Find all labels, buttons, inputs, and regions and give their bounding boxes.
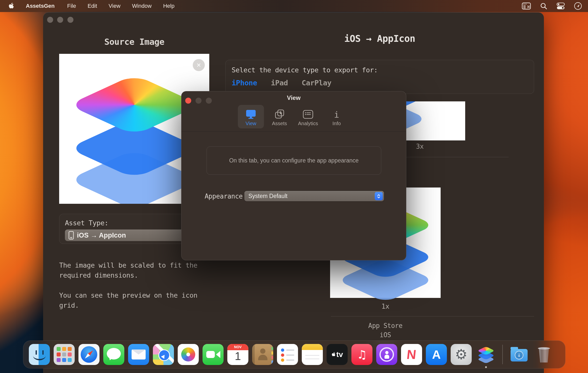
- window-close-button[interactable]: [47, 17, 53, 23]
- news-letter: N: [406, 347, 417, 362]
- dock-mail-icon[interactable]: [128, 344, 149, 365]
- export-title: iOS → AppIcon: [225, 33, 534, 44]
- dock-trash-icon[interactable]: [533, 344, 554, 365]
- toolbar-separator: [181, 131, 406, 132]
- tab-analytics-label: Analytics: [298, 121, 318, 126]
- menu-file[interactable]: File: [67, 3, 76, 9]
- iphone-icon: [68, 231, 74, 240]
- menu-view[interactable]: View: [109, 3, 120, 9]
- desktop: AssetsGen File Edit View Window Help ⌘: [0, 0, 588, 373]
- scaling-note: The image will be scaled to fit the requ…: [59, 260, 215, 280]
- device-prompt: Select the device type to export for:: [232, 66, 378, 74]
- dock-podcasts-icon[interactable]: [376, 344, 397, 365]
- calendar-month: NOV: [227, 345, 248, 349]
- dock-notes-icon[interactable]: [302, 344, 323, 365]
- preview-divider-2: [331, 316, 534, 316]
- source-image-title: Source Image: [59, 37, 210, 47]
- dock-maps-icon[interactable]: [153, 344, 174, 365]
- asset-type-label: Asset Type:: [65, 219, 108, 227]
- remove-image-button[interactable]: ×: [193, 59, 205, 71]
- tab-assets-label: Assets: [272, 121, 287, 126]
- asset-type-value: iOS → AppIcon: [77, 232, 126, 239]
- dock-messages-icon[interactable]: [103, 344, 124, 365]
- icon-layer-rainbow: [68, 74, 201, 135]
- dock-launchpad-icon[interactable]: [54, 344, 75, 365]
- preferences-toolbar: View Assets Analytics: [181, 105, 406, 128]
- modal-title: View: [181, 94, 406, 101]
- preferences-window: View View Assets: [181, 91, 406, 260]
- dock-news-icon[interactable]: N: [401, 344, 422, 365]
- control-center-icon[interactable]: [556, 2, 565, 10]
- download-arrow-icon: ↓: [517, 353, 521, 357]
- svg-text:⌘: ⌘: [527, 5, 530, 9]
- gear-icon: ⚙: [455, 347, 467, 361]
- device-tab-ipad[interactable]: iPad: [271, 79, 288, 87]
- dock-calendar-icon[interactable]: NOV 1: [227, 344, 248, 365]
- assistant-icon[interactable]: [574, 2, 582, 10]
- dock-finder-icon[interactable]: [29, 344, 50, 365]
- tab-assets[interactable]: Assets: [266, 105, 292, 128]
- dock-safari-icon[interactable]: [78, 344, 100, 365]
- dock-facetime-icon[interactable]: [203, 344, 224, 365]
- appearance-select[interactable]: System Default: [244, 191, 384, 201]
- info-icon: i: [334, 110, 339, 119]
- dock-reminders-icon[interactable]: [277, 344, 298, 365]
- tab-description: On this tab, you can configure the app a…: [229, 157, 359, 164]
- command-palette-icon[interactable]: ⌘: [522, 3, 531, 10]
- preview-1x-label: 1x: [330, 302, 441, 310]
- dock-tv-icon[interactable]: tv: [327, 344, 348, 365]
- preview-kind: App Store: [330, 321, 441, 330]
- display-icon: [245, 109, 256, 119]
- preview-os: iOS: [330, 330, 441, 340]
- apple-menu[interactable]: [8, 3, 14, 10]
- tab-info-label: Info: [332, 121, 341, 126]
- dock-music-icon[interactable]: ♫: [351, 344, 372, 365]
- appearance-value: System Default: [248, 193, 287, 200]
- music-note-icon: ♫: [357, 349, 367, 360]
- tab-analytics[interactable]: Analytics: [295, 105, 321, 128]
- dock-appstore-icon[interactable]: A: [426, 344, 447, 365]
- appearance-label: Appearance: [204, 193, 243, 200]
- device-tab-iphone[interactable]: iPhone: [232, 79, 257, 87]
- window-zoom-button[interactable]: [67, 17, 73, 23]
- tab-info[interactable]: i Info: [324, 105, 350, 128]
- device-tabs: iPhone iPad CarPlay: [232, 79, 331, 87]
- apple-logo-icon: [8, 3, 14, 10]
- dock-settings-icon[interactable]: ⚙: [451, 344, 472, 365]
- select-stepper-icon[interactable]: [375, 192, 383, 200]
- tv-label: tv: [336, 350, 343, 359]
- spotlight-search-icon[interactable]: [540, 2, 547, 10]
- dock-separator: [502, 345, 503, 364]
- tab-view-label: View: [246, 121, 256, 126]
- window-minimize-button[interactable]: [57, 17, 63, 23]
- menu-edit[interactable]: Edit: [87, 3, 97, 9]
- menu-app-name[interactable]: AssetsGen: [26, 3, 55, 9]
- dock-downloads-icon[interactable]: ↓: [509, 344, 530, 365]
- dock-assetsgen-icon[interactable]: [475, 344, 497, 365]
- calendar-day: 1: [227, 350, 248, 362]
- device-tab-carplay[interactable]: CarPlay: [302, 79, 332, 87]
- tab-view[interactable]: View: [238, 105, 264, 128]
- menu-window[interactable]: Window: [132, 3, 152, 9]
- menu-bar: AssetsGen File Edit View Window Help ⌘: [0, 0, 588, 12]
- list-icon: [303, 110, 313, 119]
- device-type-panel: Select the device type to export for: iP…: [225, 60, 534, 94]
- apple-logo-icon: [331, 352, 336, 357]
- tab-description-box: On this tab, you can configure the app a…: [207, 146, 381, 175]
- dock: NOV 1 tv ♫ N A: [23, 340, 565, 368]
- dock-contacts-icon[interactable]: [252, 344, 273, 365]
- menu-help[interactable]: Help: [163, 3, 174, 9]
- download-icon: [274, 109, 284, 119]
- preview-note: You can see the preview on the icon grid…: [59, 290, 215, 310]
- dock-photos-icon[interactable]: [178, 344, 199, 365]
- appstore-letter: A: [432, 348, 441, 361]
